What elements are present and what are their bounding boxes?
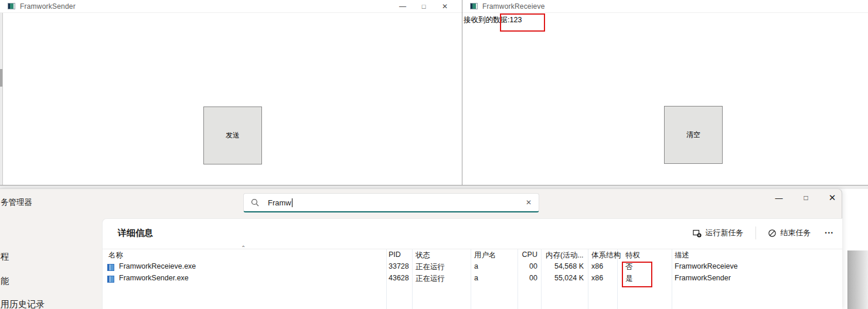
column-header-cpu[interactable]: CPU: [518, 250, 537, 259]
task-manager-heading-partial: 务管理器: [1, 197, 32, 208]
toolbar-divider: [755, 226, 756, 239]
cell-architecture: x86: [591, 262, 603, 270]
sidebar-item-app-history-partial[interactable]: 用历史记录: [1, 299, 45, 309]
cell-user: a: [474, 274, 478, 282]
details-panel: 详细信息 运行新任务 结束任务 •••: [102, 218, 842, 309]
clear-button[interactable]: 清空: [664, 106, 723, 164]
details-toolbar: 运行新任务 结束任务 •••: [689, 225, 836, 241]
column-header-user[interactable]: 用户名: [474, 250, 496, 260]
sender-window: FramworkSender — □ ✕ 发送: [0, 0, 462, 186]
cell-pid: 33728: [389, 262, 409, 270]
column-header-memory[interactable]: 内存(活动...: [546, 250, 584, 260]
receiver-app-icon: [470, 3, 478, 9]
column-header-pid[interactable]: PID: [389, 250, 401, 259]
search-query-text: Framw: [268, 198, 291, 207]
cell-cpu: 00: [518, 274, 537, 282]
end-task-label: 结束任务: [781, 228, 811, 238]
table-header-row: 名称 PID 状态 用户名 CPU 内存(活动... 体系结构 特权 描述: [103, 250, 842, 262]
end-task-button[interactable]: 结束任务: [764, 225, 815, 241]
close-icon[interactable]: ✕: [823, 190, 841, 205]
column-header-architecture[interactable]: 体系结构: [591, 250, 621, 260]
send-button[interactable]: 发送: [203, 107, 262, 164]
cell-memory: 55,024 K: [541, 274, 584, 282]
more-options-icon[interactable]: •••: [823, 230, 836, 236]
cell-description: FramworkReceieve: [675, 262, 738, 270]
column-header-status[interactable]: 状态: [416, 250, 430, 260]
background-scrollbar: [0, 13, 3, 185]
sender-titlebar[interactable]: FramworkSender — □ ✕: [0, 0, 462, 13]
end-task-icon: [768, 229, 777, 238]
cell-user: a: [474, 262, 478, 270]
process-icon: [107, 276, 114, 283]
receiver-window-title: FramworkReceieve: [482, 2, 545, 11]
cell-cpu: 00: [518, 262, 537, 270]
scrollbar-thumb[interactable]: [0, 69, 2, 87]
cell-memory: 54,568 K: [541, 262, 584, 270]
close-icon[interactable]: ✕: [434, 0, 455, 13]
page-title: 详细信息: [118, 228, 153, 239]
cell-name: FramworkReceieve.exe: [119, 262, 196, 270]
maximize-icon[interactable]: □: [413, 0, 434, 13]
sidebar-item-performance-partial[interactable]: 能: [1, 276, 9, 287]
minimize-icon[interactable]: —: [392, 0, 413, 13]
search-clear-icon[interactable]: ✕: [526, 198, 532, 207]
minimize-icon[interactable]: —: [770, 190, 788, 205]
search-icon: [251, 198, 259, 207]
background-window-edge: [847, 250, 868, 309]
run-new-task-button[interactable]: 运行新任务: [689, 225, 747, 241]
task-manager-window: 务管理器 程 能 用历史记录 Framw ✕ — □ ✕ 详细信息 运行新任务: [0, 188, 842, 309]
run-new-task-label: 运行新任务: [706, 228, 744, 238]
sender-window-title: FramworkSender: [20, 2, 76, 11]
text-cursor: [292, 198, 292, 207]
receiver-titlebar[interactable]: FramworkReceieve: [462, 0, 868, 13]
new-task-icon: [693, 229, 702, 238]
cell-status: 正在运行: [416, 274, 445, 284]
cell-pid: 43628: [389, 274, 409, 282]
column-header-privilege[interactable]: 特权: [625, 250, 640, 260]
column-header-description[interactable]: 描述: [675, 250, 689, 260]
cell-name: FramworkSender.exe: [119, 274, 189, 282]
annotation-red-box-privilege: [622, 262, 652, 287]
divider: [103, 249, 842, 249]
column-header-name[interactable]: 名称: [108, 250, 123, 260]
table-row[interactable]: FramworkReceieve.exe 33728 正在运行 a 00 54,…: [103, 262, 842, 274]
annotation-red-box-received-data: [500, 13, 545, 32]
receiver-window: FramworkReceieve 接收到的数据:123 清空: [462, 0, 868, 186]
maximize-icon[interactable]: □: [797, 190, 815, 205]
process-icon: [107, 264, 114, 271]
cell-architecture: x86: [591, 274, 603, 282]
sender-app-icon: [8, 3, 15, 9]
sidebar-item-processes-partial[interactable]: 程: [1, 251, 9, 262]
table-row[interactable]: FramworkSender.exe 43628 正在运行 a 00 55,02…: [103, 274, 842, 286]
search-input[interactable]: Framw ✕: [243, 193, 539, 212]
cell-status: 正在运行: [416, 262, 445, 272]
cell-description: FramworkSender: [675, 274, 731, 282]
